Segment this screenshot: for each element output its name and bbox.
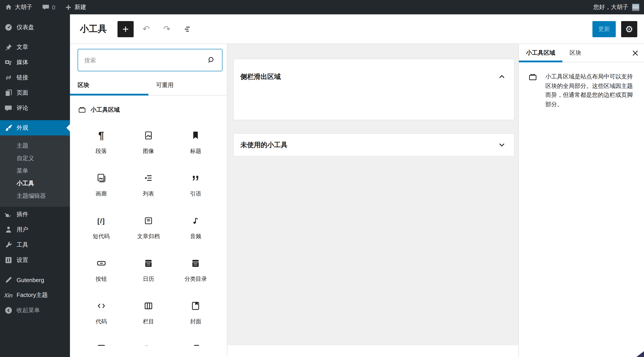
search-input[interactable] xyxy=(84,57,206,64)
block-item-heading[interactable]: 标题 xyxy=(172,122,219,164)
block-item-quote[interactable]: 引语 xyxy=(172,164,219,207)
custom-html-icon xyxy=(96,343,106,346)
avatar xyxy=(632,3,640,11)
comment-bubble-icon xyxy=(42,4,49,11)
home-icon xyxy=(5,4,12,11)
editor-main: 小工具 ↶ ↷ 更新 ⚙ xyxy=(70,14,644,357)
archives-icon xyxy=(143,215,154,226)
sidebar-item-dashboard[interactable]: 仪表盘 xyxy=(0,20,70,35)
block-inserter-panel: 区块 可重用 小工具区域 ¶ 段落 xyxy=(70,44,227,357)
submenu-item-customize[interactable]: 自定义 xyxy=(0,152,70,164)
block-item-paragraph[interactable]: ¶ 段落 xyxy=(78,122,125,164)
close-sidebar-button[interactable] xyxy=(626,44,644,62)
chevron-down-icon[interactable] xyxy=(496,140,507,150)
site-menu-item[interactable]: 大胡子 xyxy=(0,0,37,14)
sidebar-item-label: 插件 xyxy=(16,210,28,218)
admin-bar-right[interactable]: 您好，大胡子 xyxy=(593,3,644,11)
folder-icon xyxy=(143,343,154,346)
sidebar-item-pages[interactable]: 页面 xyxy=(0,85,70,100)
new-label: 新建 xyxy=(74,3,86,11)
chevron-up-icon[interactable] xyxy=(496,71,507,82)
block-item-categories[interactable]: 分类目录 xyxy=(172,250,219,292)
widget-area-description-card: 小工具区域是站点布局中可以支持区块的全局部分。这些区域因主题而异，但通常都是您的… xyxy=(519,62,644,109)
widget-area-panel-sidebar-slideout[interactable]: 侧栏滑出区域 xyxy=(233,59,514,120)
sidebar-item-settings[interactable]: 设置 xyxy=(0,252,70,268)
undo-button[interactable]: ↶ xyxy=(138,21,154,37)
tab-reusable[interactable]: 可重用 xyxy=(148,75,227,95)
tab-widget-area[interactable]: 小工具区域 xyxy=(519,44,562,62)
media-icon xyxy=(4,58,12,66)
search-icon xyxy=(206,55,216,65)
settings-toggle-button[interactable]: ⚙ xyxy=(621,21,637,37)
sidebar-item-links[interactable]: 链接 xyxy=(0,70,70,85)
submenu-item-menus[interactable]: 菜单 xyxy=(0,164,70,177)
block-item-gallery[interactable]: 画廊 xyxy=(78,164,125,207)
admin-bar-left: 大胡子 0 新建 xyxy=(0,0,91,14)
block-grid: ¶ 段落 图像 标题 xyxy=(70,116,227,346)
list-icon xyxy=(143,172,154,184)
sidebar-item-label: 用户 xyxy=(16,226,28,234)
widget-area-description: 小工具区域是站点布局中可以支持区块的全局部分。这些区域因主题而异，但通常都是您的… xyxy=(545,72,638,109)
group-icon xyxy=(190,343,201,346)
submenu-item-themes[interactable]: 主题 xyxy=(0,140,70,152)
panel-title: 侧栏滑出区域 xyxy=(240,72,281,81)
gear-icon: ⚙ xyxy=(625,24,633,34)
widget-area-panel-inactive[interactable]: 未使用的小工具 xyxy=(233,133,514,156)
block-item-image[interactable]: 图像 xyxy=(125,122,172,164)
tab-block[interactable]: 区块 xyxy=(562,44,588,62)
sidebar-item-comments[interactable]: 评论 xyxy=(0,100,70,116)
sidebar-item-posts[interactable]: 文章 xyxy=(0,40,70,55)
redo-button[interactable]: ↷ xyxy=(159,21,175,37)
submenu-item-theme-editor[interactable]: 主题编辑器 xyxy=(0,190,70,202)
list-view-icon xyxy=(182,24,192,34)
pages-icon xyxy=(4,88,12,97)
sidebar-item-tools[interactable]: 工具 xyxy=(0,237,70,252)
audio-icon xyxy=(190,215,201,226)
block-item-shortcode[interactable]: [/] 短代码 xyxy=(78,207,125,250)
block-item-file[interactable] xyxy=(125,335,172,346)
block-item-cover[interactable]: 封面 xyxy=(172,292,219,335)
widget-area-icon xyxy=(528,72,538,109)
appearance-submenu: 主题 自定义 菜单 小工具 主题编辑器 xyxy=(0,136,70,207)
brush-icon xyxy=(4,124,12,132)
inserter-tabs: 区块 可重用 xyxy=(70,75,227,96)
sidebar-item-gutenberg[interactable]: Gutenberg xyxy=(0,272,70,288)
block-item-columns[interactable]: 栏目 xyxy=(125,292,172,335)
redo-icon: ↷ xyxy=(163,24,170,34)
shortcode-icon: [/] xyxy=(97,215,105,226)
update-button[interactable]: 更新 xyxy=(592,21,616,37)
sidebar-item-collapse-menu[interactable]: 收起菜单 xyxy=(0,303,70,318)
comments-menu-item[interactable]: 0 xyxy=(37,0,60,14)
sidebar-item-label: 设置 xyxy=(16,256,28,264)
block-item-custom-html[interactable] xyxy=(78,335,125,346)
list-view-button[interactable] xyxy=(180,21,196,37)
sidebar-item-plugins[interactable]: 插件 xyxy=(0,207,70,222)
sidebar-item-users[interactable]: 用户 xyxy=(0,222,70,237)
block-item-list[interactable]: 列表 xyxy=(125,164,172,207)
sidebar-item-label: 评论 xyxy=(16,104,28,112)
block-item-group[interactable] xyxy=(172,335,219,346)
undo-icon: ↶ xyxy=(142,24,150,34)
sidebar-item-factory-theme[interactable]: Xin Factory主题 xyxy=(0,288,70,303)
block-item-audio[interactable]: 音频 xyxy=(172,207,219,250)
sidebar-item-appearance[interactable]: 外观 xyxy=(0,120,70,136)
block-item-button[interactable]: 按钮 xyxy=(78,250,125,292)
sliders-icon xyxy=(4,256,12,264)
block-inserter-toggle-button[interactable] xyxy=(118,21,134,37)
widget-area-icon xyxy=(78,106,86,114)
submenu-item-widgets[interactable]: 小工具 xyxy=(0,177,70,190)
settings-sidebar: 小工具区域 区块 小工具区域是站点布局中可以支持区块的全局部分。这些区域因主题而… xyxy=(518,44,644,357)
dashboard-icon xyxy=(4,23,12,32)
block-item-calendar[interactable]: 日历 xyxy=(125,250,172,292)
cover-icon xyxy=(190,300,201,312)
plus-icon xyxy=(65,4,72,10)
block-item-code[interactable]: 代码 xyxy=(78,292,125,335)
quote-icon xyxy=(190,172,201,184)
block-item-archives[interactable]: 文章归档 xyxy=(125,207,172,250)
widget-area-section-header: 小工具区域 xyxy=(70,96,227,116)
new-menu-item[interactable]: 新建 xyxy=(60,0,91,14)
sidebar-item-media[interactable]: 媒体 xyxy=(0,55,70,70)
block-search-box[interactable] xyxy=(78,49,222,71)
tab-blocks[interactable]: 区块 xyxy=(70,75,148,95)
pencil-icon xyxy=(4,276,12,284)
